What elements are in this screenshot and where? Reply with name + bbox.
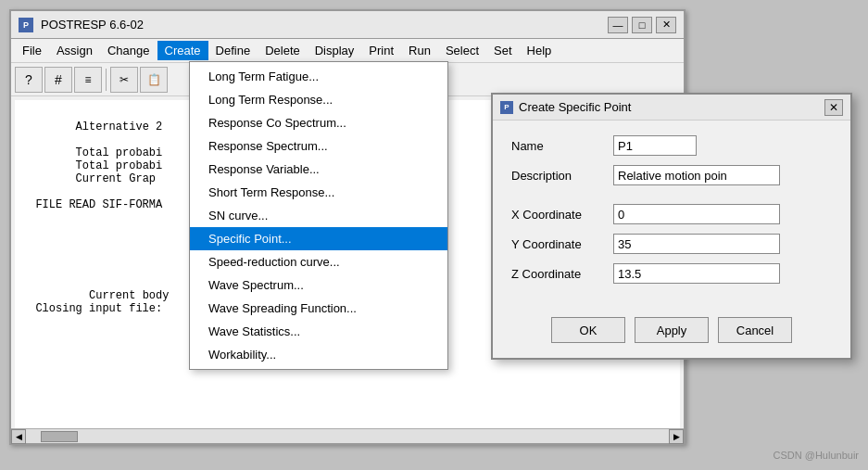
z-coord-label: Z Coordinate	[511, 267, 613, 281]
empty-line4	[22, 250, 29, 263]
menu-short-term-response[interactable]: Short Term Response...	[190, 181, 447, 204]
ok-button[interactable]: OK	[551, 317, 625, 343]
z-coord-row: Z Coordinate	[511, 263, 832, 284]
menu-response-spectrum[interactable]: Response Spectrum...	[190, 134, 447, 158]
name-row: Name	[511, 135, 832, 156]
menu-sn-curve[interactable]: SN curve...	[190, 204, 447, 227]
name-label: Name	[511, 139, 613, 153]
menu-display[interactable]: Display	[308, 41, 362, 60]
cut-toolbar-btn[interactable]: ✂	[110, 67, 138, 93]
menu-create[interactable]: Create	[157, 41, 208, 60]
menu-response-variable[interactable]: Response Variable...	[190, 158, 447, 181]
menu-help[interactable]: Help	[520, 41, 560, 60]
hash-toolbar-btn[interactable]: #	[44, 67, 72, 93]
menu-long-term-response[interactable]: Long Term Response...	[190, 88, 447, 111]
scroll-right-arrow[interactable]: ▶	[669, 429, 684, 444]
menu-wave-spectrum[interactable]: Wave Spectrum...	[190, 273, 447, 297]
description-field[interactable]	[613, 165, 780, 185]
dialog-title: Create Specific Point	[519, 100, 824, 114]
empty-line1	[22, 133, 29, 146]
create-specific-point-dialog: P Create Specific Point ✕ Name Descripti…	[491, 93, 852, 360]
z-coord-field[interactable]	[613, 263, 780, 284]
x-coord-row: X Coordinate	[511, 204, 832, 224]
y-coord-label: Y Coordinate	[511, 237, 613, 251]
horizontal-scrollbar[interactable]: ◀ ▶	[11, 428, 684, 443]
description-label: Description	[511, 169, 613, 183]
menu-wave-spreading-function[interactable]: Wave Spreading Function...	[190, 297, 447, 320]
dialog-form: Name Description X Coordinate Y Coordina…	[493, 121, 850, 308]
menu-bar: File Assign Change Create Define Delete …	[11, 39, 684, 63]
minimize-button[interactable]: —	[608, 17, 628, 33]
scrollbar-thumb[interactable]	[41, 431, 78, 442]
dialog-icon: P	[500, 101, 513, 114]
empty-line5	[22, 276, 29, 289]
menu-delete[interactable]: Delete	[258, 41, 308, 60]
menu-speed-reduction-curve[interactable]: Speed-reduction curve...	[190, 250, 447, 273]
menu-run[interactable]: Run	[401, 41, 438, 60]
empty-line3	[22, 224, 29, 237]
menu-select[interactable]: Select	[438, 41, 486, 60]
menu-assign[interactable]: Assign	[49, 41, 100, 60]
name-field[interactable]	[613, 135, 697, 156]
toolbar-sep1	[106, 69, 107, 91]
menu-response-co-spectrum[interactable]: Response Co Spectrum...	[190, 111, 447, 134]
menu-file[interactable]: File	[15, 41, 49, 60]
scroll-left-arrow[interactable]: ◀	[11, 429, 26, 444]
dialog-close-button[interactable]: ✕	[824, 99, 843, 116]
menu-workability[interactable]: Workability...	[190, 343, 447, 366]
x-coord-field[interactable]	[613, 204, 780, 224]
empty-line2	[22, 185, 29, 198]
form-spacer	[511, 195, 832, 204]
y-coord-field[interactable]	[613, 234, 780, 254]
menu-wave-statistics[interactable]: Wave Statistics...	[190, 320, 447, 343]
main-window-title: POSTRESP 6.6-02	[41, 18, 608, 32]
y-coord-row: Y Coordinate	[511, 234, 832, 254]
description-row: Description	[511, 165, 832, 185]
dialog-title-bar: P Create Specific Point ✕	[493, 95, 850, 121]
dialog-button-bar: OK Apply Cancel	[493, 308, 850, 358]
menu-specific-point[interactable]: Specific Point...	[190, 227, 447, 250]
help-toolbar-btn[interactable]: ?	[15, 67, 43, 93]
cancel-button[interactable]: Cancel	[718, 317, 792, 343]
main-close-button[interactable]: ✕	[656, 17, 676, 33]
apply-button[interactable]: Apply	[635, 317, 709, 343]
list-toolbar-btn[interactable]: ≡	[74, 67, 102, 93]
menu-change[interactable]: Change	[100, 41, 157, 60]
window-controls: — □ ✕	[608, 17, 676, 33]
menu-define[interactable]: Define	[208, 41, 258, 60]
watermark: CSDN @Hulunbuir	[774, 450, 859, 461]
x-coord-label: X Coordinate	[511, 208, 613, 222]
maximize-button[interactable]: □	[632, 17, 652, 33]
menu-print[interactable]: Print	[361, 41, 401, 60]
menu-set[interactable]: Set	[486, 41, 520, 60]
menu-long-term-fatigue[interactable]: Long Term Fatigue...	[190, 65, 447, 88]
copy-toolbar-btn[interactable]: 📋	[140, 67, 168, 93]
create-dropdown-menu: Long Term Fatigue... Long Term Response.…	[189, 61, 448, 370]
main-title-bar: P POSTRESP 6.6-02 — □ ✕	[11, 11, 684, 39]
app-icon: P	[19, 18, 33, 32]
